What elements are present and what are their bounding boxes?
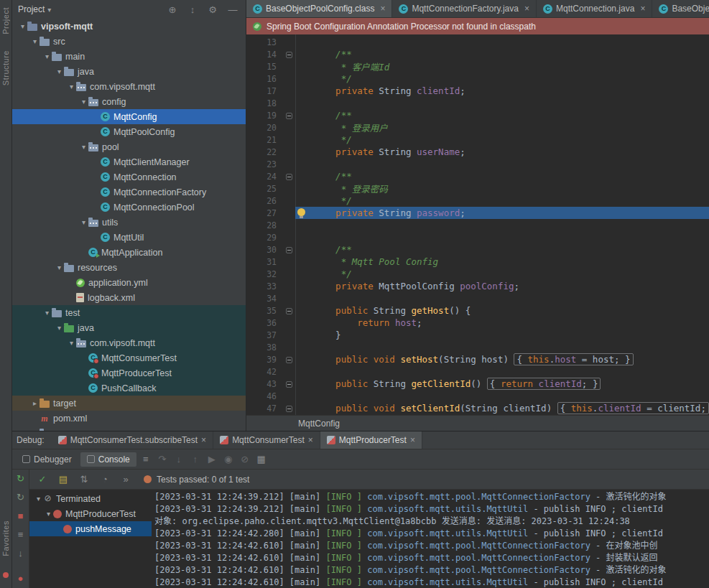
test-tree-item[interactable]: pushMessage: [29, 521, 152, 536]
more-chevron-icon[interactable]: »: [119, 474, 133, 485]
run-to-cursor-icon[interactable]: ▶: [205, 454, 219, 465]
debug-tool-window-icon[interactable]: [3, 572, 9, 578]
project-tree-item[interactable]: CMqttProducerTest: [12, 365, 246, 381]
chevron-expanded-icon[interactable]: ▾: [44, 510, 53, 518]
tool-window-button-project[interactable]: Project: [1, 7, 10, 34]
project-tree-item[interactable]: ▾src: [12, 34, 246, 49]
view-tab-debugger[interactable]: Debugger: [16, 452, 78, 467]
project-tree-item[interactable]: ▾resources: [12, 260, 246, 275]
project-tree-item[interactable]: ▾test: [12, 305, 246, 320]
project-tree-item[interactable]: ▾utils: [12, 215, 246, 230]
code-editor[interactable]: 1314 /**15 * 客户端Id16 */17 private String…: [246, 34, 709, 415]
project-tree-item[interactable]: CMqttApplication: [12, 245, 246, 260]
step-out-icon[interactable]: ↑: [188, 454, 203, 465]
fold-marker-icon[interactable]: [286, 357, 292, 363]
project-tree-item[interactable]: CMqttConnection: [12, 169, 246, 185]
chevron-expanded-icon[interactable]: ▾: [55, 67, 64, 75]
debug-session-tab[interactable]: MqttConsumerTest×: [213, 431, 320, 449]
editor-tab[interactable]: CBaseObjectPoolConfig.class×: [246, 0, 392, 17]
breakpoint-indicator-icon[interactable]: ●: [14, 573, 27, 584]
show-passed-icon[interactable]: ✓: [35, 474, 50, 485]
sort-alphabetically-icon[interactable]: ⇅: [77, 474, 91, 485]
chevron-expanded-icon[interactable]: ▾: [55, 263, 64, 271]
close-icon[interactable]: ×: [308, 435, 313, 445]
fold-marker-icon[interactable]: [286, 247, 292, 253]
editor-tab[interactable]: CMqttConnectionFactory.java×: [392, 0, 537, 17]
project-tree-item[interactable]: CPushCallback: [12, 381, 246, 396]
step-into-icon[interactable]: ↓: [172, 454, 186, 465]
chevron-expanded-icon[interactable]: ▾: [79, 218, 88, 226]
mute-breakpoints-icon[interactable]: ⊘: [238, 454, 252, 465]
chevron-expanded-icon[interactable]: ▾: [42, 309, 52, 317]
debug-session-tab[interactable]: MqttConsumerTest.subscribeTest×: [52, 431, 213, 449]
breadcrumb-item[interactable]: MqttConfig: [298, 419, 340, 429]
editor-tab[interactable]: CBaseObjectPool.class×: [652, 0, 709, 17]
restore-layout-icon[interactable]: ▦: [254, 454, 269, 465]
debug-session-tab[interactable]: MqttProducerTest×: [320, 431, 422, 449]
chevron-expanded-icon[interactable]: ▾: [67, 339, 76, 347]
chevron-expanded-icon[interactable]: ▾: [30, 37, 40, 45]
test-tree-item[interactable]: ▾⊘Terminated: [29, 491, 152, 506]
project-tree-item[interactable]: ▾java: [12, 320, 246, 335]
rerun-failed-icon[interactable]: ↻: [14, 492, 27, 503]
project-tree-item[interactable]: CMqttUtil: [12, 230, 246, 245]
view-tab-console[interactable]: Console: [80, 452, 136, 467]
step-over-icon[interactable]: ↷: [155, 454, 170, 465]
close-icon[interactable]: ×: [640, 4, 645, 14]
stop-icon[interactable]: ■: [14, 510, 27, 521]
project-tree-item[interactable]: ▾main: [12, 49, 246, 64]
project-tree-item[interactable]: ▾com.vipsoft.mqtt: [12, 335, 246, 350]
project-tree-item[interactable]: ▾config: [12, 94, 246, 109]
locate-icon[interactable]: ⊕: [165, 4, 180, 15]
layout-settings-icon[interactable]: ≡: [139, 454, 153, 465]
settings-icon[interactable]: ⚙: [205, 4, 220, 15]
project-tree-item[interactable]: ▾java: [12, 64, 246, 79]
scroll-to-end-icon[interactable]: ↓: [14, 548, 27, 559]
view-breakpoints-icon[interactable]: ◉: [221, 454, 236, 465]
sort-by-duration-icon[interactable]: ◔: [98, 474, 112, 485]
folded-region[interactable]: { this.host = host; }: [514, 353, 633, 365]
project-tree-item[interactable]: application.yml: [12, 275, 246, 290]
fold-marker-icon[interactable]: [286, 308, 292, 314]
project-tree-item[interactable]: CMqttPoolConfig: [12, 124, 246, 139]
fold-marker-icon[interactable]: [286, 406, 292, 412]
close-icon[interactable]: ×: [201, 435, 206, 445]
chevron-expanded-icon[interactable]: ▾: [79, 98, 88, 106]
chevron-expanded-icon[interactable]: ▾: [79, 143, 88, 151]
project-tree-item[interactable]: ▾pool: [12, 139, 246, 154]
collapse-all-icon[interactable]: ↕: [185, 4, 200, 15]
project-tree-item[interactable]: ▾vipsoft-mqtt: [12, 19, 246, 34]
project-tree-item[interactable]: ▸: [12, 426, 246, 431]
close-icon[interactable]: ×: [380, 4, 385, 14]
project-tree-item[interactable]: CMqttConfig: [12, 109, 246, 124]
tool-window-button-structure[interactable]: Structure: [1, 50, 10, 85]
close-icon[interactable]: ×: [410, 435, 415, 445]
console-output[interactable]: [2023-03-31 12:24:39.212] [main] [INFO ]…: [152, 490, 709, 588]
fold-marker-icon[interactable]: [286, 52, 292, 58]
close-icon[interactable]: ×: [524, 4, 529, 14]
view-options-icon[interactable]: ≡: [14, 529, 27, 540]
chevron-collapsed-icon[interactable]: ▸: [30, 399, 40, 407]
fold-marker-icon[interactable]: [286, 174, 292, 180]
intention-bulb-icon[interactable]: [297, 208, 305, 216]
test-tree-item[interactable]: ▾MqttProducerTest: [29, 506, 152, 521]
project-tree-item[interactable]: ▸target: [12, 396, 246, 411]
rerun-icon[interactable]: ↻: [14, 473, 27, 484]
project-tree-item[interactable]: CMqttClientManager: [12, 154, 246, 169]
chevron-expanded-icon[interactable]: ▾: [67, 83, 76, 90]
project-tree-item[interactable]: ▾com.vipsoft.mqtt: [12, 79, 246, 94]
show-ignored-icon[interactable]: ▤: [56, 474, 70, 485]
project-tree-item[interactable]: mpom.xml: [12, 411, 246, 426]
folded-region[interactable]: { return clientId; }: [487, 378, 601, 390]
chevron-expanded-icon[interactable]: ▾: [42, 52, 52, 60]
project-tree-item[interactable]: logback.xml: [12, 290, 246, 305]
chevron-expanded-icon[interactable]: ▾: [55, 324, 64, 332]
fold-marker-icon[interactable]: [286, 113, 292, 119]
project-view-selector[interactable]: Project: [18, 4, 45, 14]
project-tree-item[interactable]: CMqttConsumerTest: [12, 350, 246, 365]
project-tree-item[interactable]: CMqttConnectionPool: [12, 200, 246, 215]
chevron-expanded-icon[interactable]: ▾: [18, 22, 27, 30]
project-tree-item[interactable]: CMqttConnectionFactory: [12, 185, 246, 200]
chevron-expanded-icon[interactable]: ▾: [34, 495, 43, 503]
folded-region[interactable]: { this.clientId = clientId;: [557, 402, 709, 414]
